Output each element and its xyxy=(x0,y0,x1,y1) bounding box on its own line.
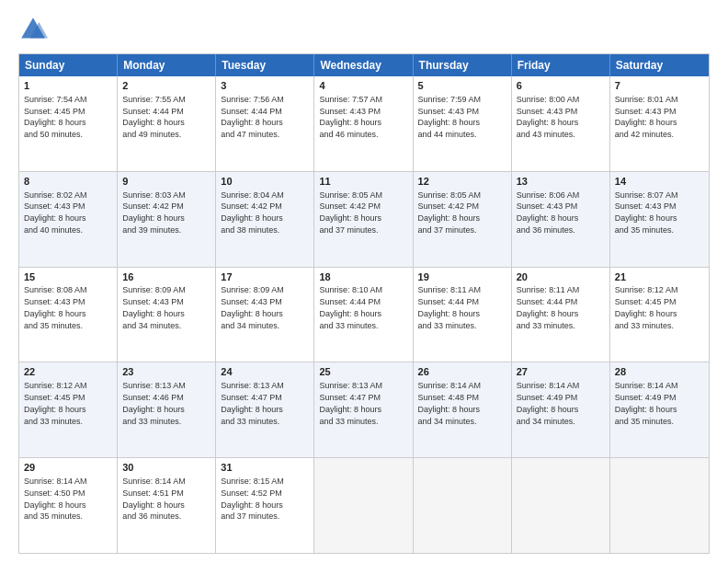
cal-cell: 29Sunrise: 8:14 AM Sunset: 4:50 PM Dayli… xyxy=(19,458,118,553)
day-number: 14 xyxy=(615,175,704,189)
cal-cell: 12Sunrise: 8:05 AM Sunset: 4:42 PM Dayli… xyxy=(414,172,512,267)
cell-info: Sunrise: 8:14 AM Sunset: 4:49 PM Dayligh… xyxy=(517,381,580,425)
cell-info: Sunrise: 8:12 AM Sunset: 4:45 PM Dayligh… xyxy=(615,285,678,329)
day-number: 6 xyxy=(517,79,605,93)
day-number: 10 xyxy=(221,175,309,189)
cell-info: Sunrise: 8:03 AM Sunset: 4:42 PM Dayligh… xyxy=(122,190,186,235)
day-number: 21 xyxy=(615,270,704,284)
cal-cell: 21Sunrise: 8:12 AM Sunset: 4:45 PM Dayli… xyxy=(610,268,709,362)
cell-info: Sunrise: 8:13 AM Sunset: 4:47 PM Dayligh… xyxy=(221,381,284,425)
day-number: 5 xyxy=(418,79,506,93)
logo xyxy=(18,15,51,44)
day-number: 13 xyxy=(517,175,605,189)
page: SundayMondayTuesdayWednesdayThursdayFrid… xyxy=(0,0,728,563)
cell-info: Sunrise: 8:12 AM Sunset: 4:45 PM Dayligh… xyxy=(24,381,87,425)
week-row-4: 22Sunrise: 8:12 AM Sunset: 4:45 PM Dayli… xyxy=(19,362,709,458)
day-number: 8 xyxy=(24,175,112,189)
calendar-body: 1Sunrise: 7:54 AM Sunset: 4:45 PM Daylig… xyxy=(19,76,709,553)
cal-cell: 27Sunrise: 8:14 AM Sunset: 4:49 PM Dayli… xyxy=(512,362,610,457)
week-row-5: 29Sunrise: 8:14 AM Sunset: 4:50 PM Dayli… xyxy=(19,458,709,553)
day-number: 30 xyxy=(122,461,210,475)
cell-info: Sunrise: 8:11 AM Sunset: 4:44 PM Dayligh… xyxy=(418,285,482,329)
weekday-header-wednesday: Wednesday xyxy=(314,54,413,76)
cell-info: Sunrise: 8:05 AM Sunset: 4:42 PM Dayligh… xyxy=(319,190,382,235)
cal-cell: 6Sunrise: 8:00 AM Sunset: 4:43 PM Daylig… xyxy=(512,76,610,171)
cal-cell: 24Sunrise: 8:13 AM Sunset: 4:47 PM Dayli… xyxy=(216,362,314,457)
cell-info: Sunrise: 8:08 AM Sunset: 4:43 PM Dayligh… xyxy=(24,285,87,329)
cell-info: Sunrise: 7:54 AM Sunset: 4:45 PM Dayligh… xyxy=(24,95,87,139)
cal-cell: 8Sunrise: 8:02 AM Sunset: 4:43 PM Daylig… xyxy=(19,172,118,267)
cell-info: Sunrise: 8:13 AM Sunset: 4:47 PM Dayligh… xyxy=(319,381,382,425)
day-number: 17 xyxy=(221,270,309,284)
cal-cell: 2Sunrise: 7:55 AM Sunset: 4:44 PM Daylig… xyxy=(118,76,216,171)
cal-cell: 31Sunrise: 8:15 AM Sunset: 4:52 PM Dayli… xyxy=(216,458,314,553)
cal-cell: 10Sunrise: 8:04 AM Sunset: 4:42 PM Dayli… xyxy=(216,172,314,267)
cal-cell: 7Sunrise: 8:01 AM Sunset: 4:43 PM Daylig… xyxy=(610,76,709,171)
cal-cell: 30Sunrise: 8:14 AM Sunset: 4:51 PM Dayli… xyxy=(118,458,216,553)
cal-cell: 17Sunrise: 8:09 AM Sunset: 4:43 PM Dayli… xyxy=(216,268,314,362)
day-number: 31 xyxy=(221,461,309,475)
cal-cell: 22Sunrise: 8:12 AM Sunset: 4:45 PM Dayli… xyxy=(19,362,118,457)
day-number: 1 xyxy=(24,79,112,93)
calendar: SundayMondayTuesdayWednesdayThursdayFrid… xyxy=(18,53,710,554)
cal-cell: 20Sunrise: 8:11 AM Sunset: 4:44 PM Dayli… xyxy=(512,268,610,362)
cell-info: Sunrise: 7:59 AM Sunset: 4:43 PM Dayligh… xyxy=(418,95,482,139)
day-number: 9 xyxy=(122,175,210,189)
cell-info: Sunrise: 8:07 AM Sunset: 4:43 PM Dayligh… xyxy=(615,190,678,235)
cal-cell: 5Sunrise: 7:59 AM Sunset: 4:43 PM Daylig… xyxy=(414,76,512,171)
day-number: 7 xyxy=(615,79,704,93)
cal-cell: 19Sunrise: 8:11 AM Sunset: 4:44 PM Dayli… xyxy=(414,268,512,362)
cal-cell: 23Sunrise: 8:13 AM Sunset: 4:46 PM Dayli… xyxy=(118,362,216,457)
cell-info: Sunrise: 8:06 AM Sunset: 4:43 PM Dayligh… xyxy=(517,190,580,235)
cell-info: Sunrise: 7:56 AM Sunset: 4:44 PM Dayligh… xyxy=(221,95,284,139)
cal-cell: 28Sunrise: 8:14 AM Sunset: 4:49 PM Dayli… xyxy=(610,362,709,457)
day-number: 27 xyxy=(517,365,605,379)
cell-info: Sunrise: 8:04 AM Sunset: 4:42 PM Dayligh… xyxy=(221,190,284,235)
cal-cell: 11Sunrise: 8:05 AM Sunset: 4:42 PM Dayli… xyxy=(314,172,413,267)
cell-info: Sunrise: 8:11 AM Sunset: 4:44 PM Dayligh… xyxy=(517,285,580,329)
weekday-header-tuesday: Tuesday xyxy=(216,54,314,76)
weekday-header-sunday: Sunday xyxy=(19,54,118,76)
week-row-1: 1Sunrise: 7:54 AM Sunset: 4:45 PM Daylig… xyxy=(19,76,709,172)
cell-info: Sunrise: 8:05 AM Sunset: 4:42 PM Dayligh… xyxy=(418,190,482,235)
cal-cell: 26Sunrise: 8:14 AM Sunset: 4:48 PM Dayli… xyxy=(414,362,512,457)
cal-cell: 1Sunrise: 7:54 AM Sunset: 4:45 PM Daylig… xyxy=(19,76,118,171)
cal-cell xyxy=(414,458,512,553)
weekday-header-thursday: Thursday xyxy=(414,54,512,76)
cell-info: Sunrise: 7:55 AM Sunset: 4:44 PM Dayligh… xyxy=(122,95,186,139)
cell-info: Sunrise: 8:01 AM Sunset: 4:43 PM Dayligh… xyxy=(615,95,678,139)
cell-info: Sunrise: 8:14 AM Sunset: 4:49 PM Dayligh… xyxy=(615,381,678,425)
week-row-2: 8Sunrise: 8:02 AM Sunset: 4:43 PM Daylig… xyxy=(19,172,709,268)
cal-cell: 4Sunrise: 7:57 AM Sunset: 4:43 PM Daylig… xyxy=(314,76,413,171)
day-number: 28 xyxy=(615,365,704,379)
day-number: 22 xyxy=(24,365,112,379)
cal-cell: 15Sunrise: 8:08 AM Sunset: 4:43 PM Dayli… xyxy=(19,268,118,362)
day-number: 20 xyxy=(517,270,605,284)
cal-cell: 9Sunrise: 8:03 AM Sunset: 4:42 PM Daylig… xyxy=(118,172,216,267)
weekday-header-friday: Friday xyxy=(512,54,610,76)
cal-cell: 14Sunrise: 8:07 AM Sunset: 4:43 PM Dayli… xyxy=(610,172,709,267)
day-number: 23 xyxy=(122,365,210,379)
cal-cell xyxy=(314,458,413,553)
cell-info: Sunrise: 8:09 AM Sunset: 4:43 PM Dayligh… xyxy=(122,285,186,329)
day-number: 26 xyxy=(418,365,506,379)
week-row-3: 15Sunrise: 8:08 AM Sunset: 4:43 PM Dayli… xyxy=(19,268,709,363)
calendar-header: SundayMondayTuesdayWednesdayThursdayFrid… xyxy=(19,54,709,76)
cell-info: Sunrise: 8:15 AM Sunset: 4:52 PM Dayligh… xyxy=(221,477,284,521)
day-number: 29 xyxy=(24,461,112,475)
day-number: 18 xyxy=(319,270,407,284)
day-number: 2 xyxy=(122,79,210,93)
cell-info: Sunrise: 8:10 AM Sunset: 4:44 PM Dayligh… xyxy=(319,285,382,329)
day-number: 16 xyxy=(122,270,210,284)
cal-cell: 16Sunrise: 8:09 AM Sunset: 4:43 PM Dayli… xyxy=(118,268,216,362)
cal-cell: 18Sunrise: 8:10 AM Sunset: 4:44 PM Dayli… xyxy=(314,268,413,362)
cal-cell xyxy=(512,458,610,553)
weekday-header-monday: Monday xyxy=(118,54,216,76)
day-number: 25 xyxy=(319,365,407,379)
cal-cell xyxy=(610,458,709,553)
cell-info: Sunrise: 8:09 AM Sunset: 4:43 PM Dayligh… xyxy=(221,285,284,329)
cal-cell: 3Sunrise: 7:56 AM Sunset: 4:44 PM Daylig… xyxy=(216,76,314,171)
cell-info: Sunrise: 8:13 AM Sunset: 4:46 PM Dayligh… xyxy=(122,381,186,425)
day-number: 3 xyxy=(221,79,309,93)
cell-info: Sunrise: 8:00 AM Sunset: 4:43 PM Dayligh… xyxy=(517,95,580,139)
